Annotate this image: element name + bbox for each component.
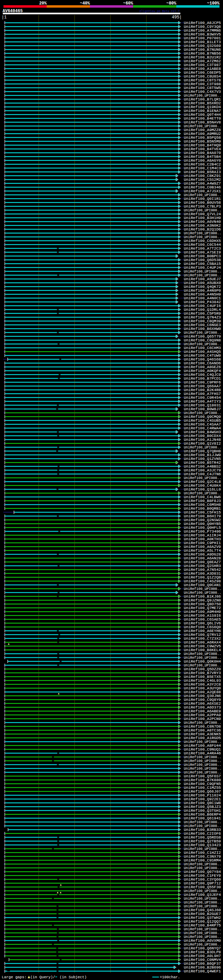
svg-text:|1: |1 <box>2 15 6 20</box>
svg-text:~40%: ~40% <box>80 1 90 6</box>
svg-text:20%: 20% <box>39 1 47 6</box>
svg-text:UniRef100_Q4WEF1: UniRef100_Q4WEF1 <box>184 969 221 974</box>
svg-text:~60%: ~60% <box>123 1 133 6</box>
svg-text:~80%: ~80% <box>166 1 176 6</box>
svg-text:(in Query)/: (in Query)/ <box>30 975 55 979</box>
svg-text:495|: 495| <box>172 15 182 20</box>
svg-text:=100char.: =100char. <box>160 975 180 979</box>
svg-text:Large gaps:: Large gaps: <box>2 975 26 979</box>
svg-text:~100%: ~100% <box>207 1 220 6</box>
svg-text:(in Subject): (in Subject) <box>59 975 87 979</box>
